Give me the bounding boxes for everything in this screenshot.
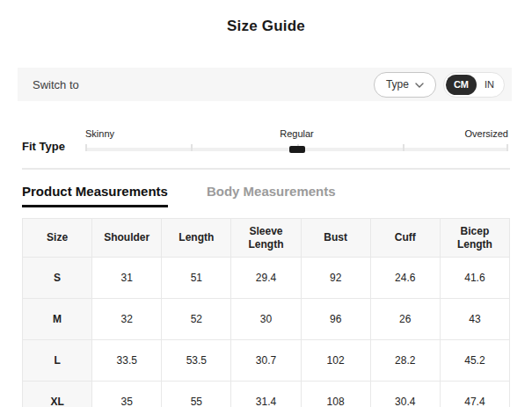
table-row: L33.553.530.710228.245.2 bbox=[23, 340, 510, 382]
size-cell: XL bbox=[23, 382, 92, 407]
tab-product-measurements[interactable]: Product Measurements bbox=[22, 184, 168, 207]
fit-option-regular[interactable]: Regular bbox=[280, 128, 314, 139]
measurement-tabs: Product Measurements Body Measurements bbox=[22, 184, 336, 207]
measurement-cell: 92 bbox=[301, 258, 370, 299]
measurement-cell: 41.6 bbox=[440, 258, 509, 299]
measurement-cell: 29.4 bbox=[231, 258, 301, 299]
measurement-cell: 31 bbox=[92, 258, 162, 299]
unit-switch-bar: Switch to Type CM IN bbox=[18, 68, 512, 101]
tab-body-measurements[interactable]: Body Measurements bbox=[207, 184, 336, 207]
measurement-cell: 51 bbox=[162, 258, 231, 299]
measurement-cell: 96 bbox=[301, 299, 370, 340]
measurement-cell: 45.2 bbox=[440, 340, 509, 382]
slider-tick bbox=[403, 144, 404, 151]
column-header: Cuff bbox=[370, 219, 440, 258]
column-header: Bust bbox=[301, 219, 370, 258]
section-divider bbox=[22, 168, 510, 170]
column-header: Shoulder bbox=[92, 219, 162, 258]
size-guide-panel: Size Guide Switch to Type CM IN Fit Type… bbox=[0, 0, 532, 407]
fit-option-oversized[interactable]: Oversized bbox=[464, 128, 508, 139]
measurement-cell: 24.6 bbox=[370, 258, 440, 299]
measurement-cell: 26 bbox=[370, 299, 440, 340]
column-header: Sleeve Length bbox=[231, 219, 301, 258]
measurement-cell: 53.5 bbox=[162, 340, 231, 382]
measurement-cell: 102 bbox=[301, 340, 370, 382]
size-cell: M bbox=[23, 299, 92, 340]
measurement-cell: 43 bbox=[440, 299, 509, 340]
column-header: Bicep Length bbox=[440, 219, 509, 258]
measurement-cell: 30.4 bbox=[370, 382, 440, 407]
measurement-cell: 108 bbox=[301, 382, 370, 407]
measurement-cell: 47.4 bbox=[440, 382, 509, 407]
table-row: XL355531.410830.447.4 bbox=[23, 382, 510, 407]
size-cell: S bbox=[23, 258, 92, 299]
fit-slider-handle[interactable] bbox=[289, 146, 305, 153]
table-row: M325230962643 bbox=[23, 299, 510, 340]
size-cell: L bbox=[23, 340, 92, 382]
column-header: Length bbox=[162, 219, 231, 258]
measurement-cell: 55 bbox=[162, 382, 231, 407]
measurement-cell: 33.5 bbox=[92, 340, 162, 382]
page-title: Size Guide bbox=[0, 18, 532, 35]
slider-tick bbox=[191, 144, 193, 151]
size-table-head: SizeShoulderLengthSleeve LengthBustCuffB… bbox=[23, 219, 510, 258]
switch-to-label: Switch to bbox=[33, 78, 79, 91]
size-table: SizeShoulderLengthSleeve LengthBustCuffB… bbox=[22, 218, 510, 407]
fit-type-slider: Skinny Regular Oversized bbox=[85, 128, 508, 158]
unit-option-cm[interactable]: CM bbox=[446, 75, 477, 95]
measurement-cell: 31.4 bbox=[231, 382, 301, 407]
table-row: S315129.49224.641.6 bbox=[23, 258, 510, 299]
measurement-cell: 30.7 bbox=[231, 340, 301, 382]
measurement-cell: 35 bbox=[92, 382, 162, 407]
type-dropdown-label: Type bbox=[386, 78, 409, 91]
measurement-cell: 28.2 bbox=[370, 340, 440, 382]
type-dropdown-button[interactable]: Type bbox=[374, 72, 436, 98]
fit-type-label: Fit Type bbox=[22, 140, 65, 153]
slider-tick bbox=[506, 144, 508, 151]
slider-tick bbox=[85, 144, 87, 151]
unit-option-in[interactable]: IN bbox=[477, 75, 502, 95]
header-row: SizeShoulderLengthSleeve LengthBustCuffB… bbox=[23, 219, 510, 258]
measurement-cell: 32 bbox=[92, 299, 162, 340]
fit-option-skinny[interactable]: Skinny bbox=[85, 128, 114, 139]
measurement-cell: 30 bbox=[231, 299, 301, 340]
size-table-body: S315129.49224.641.6M325230962643L33.553.… bbox=[23, 258, 510, 407]
column-header: Size bbox=[23, 219, 92, 258]
chevron-down-icon bbox=[415, 83, 424, 88]
unit-toggle: CM IN bbox=[443, 72, 505, 98]
measurement-cell: 52 bbox=[162, 299, 231, 340]
